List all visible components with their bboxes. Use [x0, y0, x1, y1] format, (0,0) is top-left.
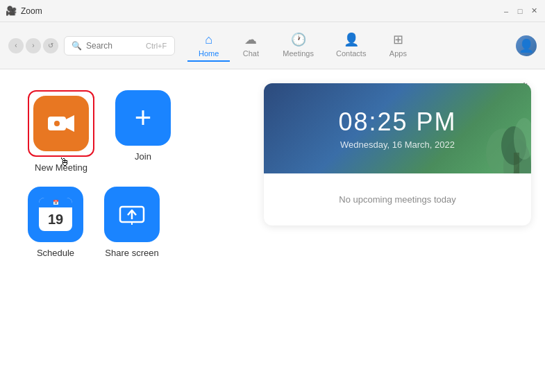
cursor: 🖰 [59, 156, 70, 169]
join-icon-wrap: + [115, 90, 171, 146]
schedule-item[interactable]: 📅 19 Schedule [28, 187, 83, 258]
meeting-card-image: 08:25 PM Wednesday, 16 March, 2022 [264, 83, 531, 173]
tab-home[interactable]: ⌂ Home [187, 29, 230, 62]
new-meeting-item[interactable]: New Meeting 🖰 [28, 90, 94, 173]
tab-apps[interactable]: ⊞ Apps [377, 29, 419, 62]
app-icon: 🎥 [6, 6, 17, 16]
apps-icon: ⊞ [393, 32, 403, 47]
maximize-button[interactable]: □ [514, 6, 526, 17]
camera-icon [48, 114, 74, 133]
decorative-plant [448, 83, 531, 173]
clock-time: 08:25 PM [338, 108, 456, 137]
search-bar[interactable]: 🔍 Ctrl+F [64, 36, 175, 56]
nav-tabs: ⌂ Home ☁ Chat 🕐 Meetings 👤 Contacts ⊞ Ap… [187, 29, 419, 62]
meeting-card-body: No upcoming meetings today [264, 173, 531, 225]
join-item[interactable]: + Join [115, 90, 171, 173]
chat-icon: ☁ [244, 32, 257, 47]
search-icon: 🔍 [72, 41, 82, 51]
share-screen-label: Share screen [105, 248, 158, 258]
actions-row-2: 📅 19 Schedule [28, 187, 222, 258]
home-icon: ⌂ [205, 33, 212, 47]
tab-home-label: Home [199, 49, 219, 58]
calendar-date-number: 19 [39, 207, 72, 231]
meeting-time-display: 08:25 PM Wednesday, 16 March, 2022 [338, 108, 456, 150]
app-title: Zoom [21, 6, 42, 16]
tab-chat-label: Chat [243, 49, 259, 58]
new-meeting-icon-wrap [33, 96, 89, 151]
title-bar: 🎥 Zoom – □ ✕ [0, 0, 545, 22]
meeting-date: Wednesday, 16 March, 2022 [338, 139, 456, 150]
tab-chat[interactable]: ☁ Chat [230, 29, 271, 62]
svg-marker-1 [66, 115, 74, 132]
schedule-icon-wrap: 📅 19 [28, 187, 83, 242]
actions-row-1: New Meeting 🖰 + Join [28, 90, 222, 173]
main-content: ⚙ New Meeting 🖰 [0, 69, 545, 392]
avatar-image: 👤 [519, 38, 534, 53]
share-screen-icon-wrap [104, 187, 160, 242]
join-label: Join [135, 151, 151, 162]
nav-forward-button[interactable]: › [26, 38, 41, 53]
nav-reload-button[interactable]: ↺ [43, 38, 58, 53]
meeting-card: 08:25 PM Wednesday, 16 March, 2022 No up… [264, 83, 531, 225]
share-screen-item[interactable]: Share screen [104, 187, 160, 258]
tab-contacts-label: Contacts [336, 49, 366, 58]
new-meeting-selected-wrapper [28, 90, 94, 157]
calendar-header-bar: 📅 [39, 198, 72, 207]
contacts-icon: 👤 [344, 32, 359, 47]
tab-contacts[interactable]: 👤 Contacts [325, 29, 377, 62]
window-controls: – □ ✕ [501, 6, 539, 17]
no-meetings-text: No upcoming meetings today [339, 194, 455, 205]
actions-section: New Meeting 🖰 + Join 📅 19 [0, 69, 250, 392]
toolbar: ‹ › ↺ 🔍 Ctrl+F ⌂ Home ☁ Chat 🕐 Meetings … [0, 22, 545, 69]
meeting-panel: 08:25 PM Wednesday, 16 March, 2022 No up… [250, 69, 545, 392]
user-avatar[interactable]: 👤 [516, 35, 537, 56]
calendar-visual: 📅 19 [39, 198, 72, 231]
search-input[interactable] [86, 41, 142, 51]
svg-rect-11 [514, 153, 519, 173]
tab-meetings[interactable]: 🕐 Meetings [271, 29, 325, 62]
nav-buttons: ‹ › ↺ [8, 38, 58, 53]
calendar-header-text: 📅 [53, 200, 59, 205]
meetings-icon: 🕐 [291, 32, 306, 47]
share-screen-icon [119, 201, 145, 228]
tab-meetings-label: Meetings [283, 49, 314, 58]
svg-point-2 [54, 121, 60, 126]
schedule-label: Schedule [37, 248, 74, 258]
minimize-button[interactable]: – [501, 6, 512, 17]
search-shortcut: Ctrl+F [146, 42, 167, 50]
nav-back-button[interactable]: ‹ [8, 38, 24, 53]
close-button[interactable]: ✕ [528, 6, 539, 17]
toolbar-right: 👤 [516, 35, 537, 56]
title-bar-left: 🎥 Zoom [6, 6, 42, 16]
tab-apps-label: Apps [389, 49, 407, 58]
